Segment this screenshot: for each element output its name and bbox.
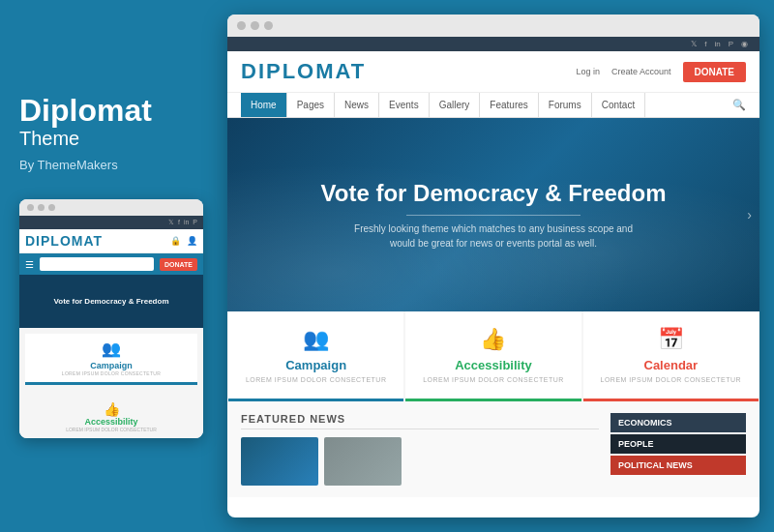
site-donate-button[interactable]: DONATE (683, 62, 746, 82)
mobile-header-icons: 🔒 👤 (170, 236, 197, 246)
campaign-sub: LOREM IPSUM DOLOR CONSECTETUR (238, 376, 394, 383)
mobile-hero-text: Vote for Democracy & Freedom (54, 297, 169, 306)
mobile-accessibility-title: Accessibility (25, 417, 197, 427)
mobile-features: 👥 Campaign LOREM IPSUM DOLOR CONSECTETUR (19, 328, 203, 396)
nav-item-events[interactable]: Events (379, 93, 430, 117)
mobile-pinterest-icon: P (193, 219, 197, 226)
site-hero-content: Vote for Democracy & Freedom Freshly loo… (321, 180, 667, 251)
site-hero: Vote for Democracy & Freedom Freshly loo… (227, 118, 759, 311)
news-image-1 (241, 437, 318, 486)
site-login-link[interactable]: Log in (576, 67, 600, 76)
mobile-hero: Vote for Democracy & Freedom (19, 275, 203, 328)
sidebar-people[interactable]: PEOPLE (610, 434, 746, 454)
campaign-title: Campaign (238, 358, 394, 372)
mobile-twitter-icon: 𝕏 (168, 219, 174, 226)
site-search-icon[interactable]: 🔍 (732, 99, 746, 111)
mobile-dot-2 (38, 204, 45, 211)
calendar-icon: 📅 (593, 327, 749, 352)
by-line: By ThemeMakers (19, 158, 203, 172)
news-image-2 (324, 437, 402, 486)
site-pinterest-icon: P (729, 40, 733, 48)
nav-item-gallery[interactable]: Gallery (430, 93, 481, 117)
campaign-icon: 👥 (238, 327, 394, 352)
mobile-campaign-title: Campaign (29, 361, 194, 370)
mobile-dot-1 (27, 204, 34, 211)
mobile-donate-button[interactable]: DONATE (160, 258, 197, 271)
featured-news-title: FEATURED NEWS (241, 413, 599, 429)
theme-title: Diplomat Theme (19, 94, 203, 150)
site-bottom: FEATURED NEWS ECONOMICS PEOPLE POLITICAL… (227, 401, 759, 497)
sidebar-political-news[interactable]: POLITICAL NEWS (610, 456, 746, 475)
site-hero-divider (406, 215, 580, 216)
browser-mockup: 𝕏 f in P ◉ DIPLOMAT Log in Create Accoun… (227, 15, 759, 517)
mobile-hamburger-icon: ☰ (25, 259, 34, 270)
right-panel: 𝕏 f in P ◉ DIPLOMAT Log in Create Accoun… (227, 15, 759, 517)
site-create-account-link[interactable]: Create Account (611, 67, 671, 76)
site-feature-calendar: 📅 Calendar LOREM IPSUM DOLOR CONSECTETUR (583, 311, 759, 401)
site-news-sidebar: ECONOMICS PEOPLE POLITICAL NEWS (610, 413, 746, 486)
sidebar-economics[interactable]: ECONOMICS (610, 413, 746, 432)
site-hero-subtitle-line2: would be great for news or events portal… (321, 236, 667, 251)
mobile-browser-bar (19, 199, 203, 216)
browser-dot-1 (237, 21, 246, 30)
mobile-accessibility-sub: LOREM IPSUM DOLOR CONSECTETUR (25, 427, 197, 432)
site-top-bar: 𝕏 f in P ◉ (227, 37, 759, 51)
browser-dot-2 (251, 21, 259, 30)
site-nav-items: Home Pages News Events Gallery Features … (241, 93, 645, 117)
site-facebook-icon: f (704, 40, 706, 48)
mobile-partial-feature: 👍 Accessibility LOREM IPSUM DOLOR CONSEC… (19, 396, 203, 438)
nav-item-home[interactable]: Home (241, 93, 287, 117)
site-header-right: Log in Create Account DONATE (576, 62, 746, 82)
site-header: DIPLOMAT Log in Create Account DONATE (227, 51, 759, 93)
mobile-campaign-feature: 👥 Campaign LOREM IPSUM DOLOR CONSECTETUR (25, 334, 197, 385)
site-feature-accessibility: 👍 Accessibility LOREM IPSUM DOLOR CONSEC… (405, 311, 580, 401)
mobile-accessibility-icon: 👍 (25, 401, 197, 417)
mobile-user-icon: 👤 (187, 236, 197, 246)
mobile-logo: DIPLOMAT (25, 233, 103, 249)
site-logo: DIPLOMAT (241, 59, 366, 84)
site-nav: Home Pages News Events Gallery Features … (227, 93, 759, 118)
site-rss-icon: ◉ (741, 40, 748, 48)
mobile-linkedin-icon: in (184, 219, 189, 226)
mobile-nav-bar: ☰ DONATE (19, 253, 203, 275)
nav-item-pages[interactable]: Pages (287, 93, 335, 117)
site-hero-arrow-icon[interactable]: › (747, 207, 752, 222)
site-hero-title: Vote for Democracy & Freedom (321, 180, 667, 207)
mobile-top-bar: 𝕏 f in P (19, 216, 203, 229)
mobile-header: DIPLOMAT 🔒 👤 (19, 229, 203, 253)
site-featured-news: FEATURED NEWS (241, 413, 599, 486)
mobile-lock-icon: 🔒 (170, 236, 181, 246)
mobile-campaign-sub: LOREM IPSUM DOLOR CONSECTETUR (29, 370, 194, 376)
site-feature-campaign: 👥 Campaign LOREM IPSUM DOLOR CONSECTETUR (228, 311, 403, 401)
nav-item-contact[interactable]: Contact (592, 93, 645, 117)
left-panel: Diplomat Theme By ThemeMakers 𝕏 f in P D… (0, 65, 223, 467)
mobile-facebook-icon: f (178, 219, 180, 226)
calendar-sub: LOREM IPSUM DOLOR CONSECTETUR (593, 376, 749, 383)
mobile-mockup: 𝕏 f in P DIPLOMAT 🔒 👤 ☰ DONATE Vote for … (19, 199, 203, 438)
nav-item-features[interactable]: Features (480, 93, 538, 117)
accessibility-title: Accessibility (415, 358, 571, 372)
site-features: 👥 Campaign LOREM IPSUM DOLOR CONSECTETUR… (227, 311, 759, 401)
browser-chrome (227, 15, 759, 37)
mobile-search-bar (40, 257, 154, 271)
calendar-title: Calendar (593, 358, 749, 372)
site-twitter-icon: 𝕏 (691, 40, 697, 48)
browser-dot-3 (264, 21, 273, 30)
site-linkedin-icon: in (714, 40, 720, 48)
nav-item-news[interactable]: News (335, 93, 379, 117)
nav-item-forums[interactable]: Forums (539, 93, 592, 117)
title-bold: Diplomat (19, 94, 203, 128)
accessibility-sub: LOREM IPSUM DOLOR CONSECTETUR (415, 376, 571, 383)
title-light: Theme (19, 128, 203, 150)
mobile-dot-3 (48, 204, 55, 211)
site-news-images (241, 437, 599, 486)
mobile-campaign-icon: 👥 (29, 340, 194, 358)
accessibility-icon: 👍 (415, 327, 571, 352)
site-hero-subtitle-line1: Freshly looking theme which matches to a… (321, 222, 667, 236)
